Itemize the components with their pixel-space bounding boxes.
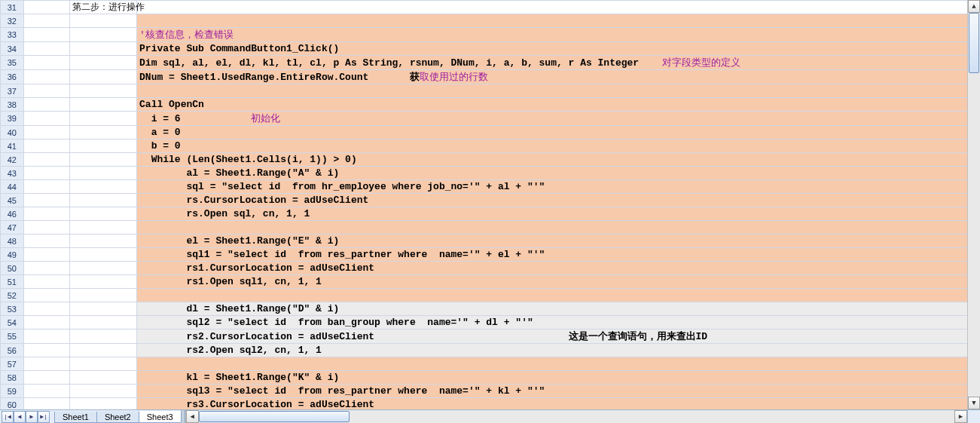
horizontal-scrollbar[interactable]: ◀ ▶ — [185, 410, 967, 423]
cell[interactable]: '核查信息，检查错误 — [137, 28, 980, 42]
cell[interactable] — [137, 1, 980, 14]
cell[interactable] — [137, 289, 980, 302]
cell[interactable] — [69, 316, 137, 330]
cell[interactable] — [23, 275, 69, 289]
cell[interactable] — [23, 70, 69, 84]
row-header[interactable]: 45 — [1, 194, 24, 207]
cell[interactable]: Call OpenCn — [137, 98, 980, 112]
row-header[interactable]: 37 — [1, 84, 24, 98]
cell[interactable] — [137, 221, 980, 234]
cell[interactable]: b = 0 — [137, 139, 980, 153]
cell[interactable]: sql = "select id from hr_employee where … — [137, 180, 980, 194]
cell[interactable] — [23, 262, 69, 275]
cell[interactable] — [23, 302, 69, 316]
cell[interactable]: DNum = Sheet1.UsedRange.EntireRow.Count … — [137, 70, 980, 84]
row-header[interactable]: 57 — [1, 357, 24, 371]
cell[interactable] — [23, 357, 69, 371]
sheet-tab[interactable]: Sheet3 — [139, 411, 182, 423]
cell[interactable]: rs.Open sql, cn, 1, 1 — [137, 207, 980, 221]
scroll-left-button[interactable]: ◀ — [186, 410, 199, 423]
cell[interactable]: el = Sheet1.Range("E" & i) — [137, 234, 980, 248]
tab-nav-last[interactable]: ▶| — [38, 411, 50, 423]
row-header[interactable]: 55 — [1, 330, 24, 344]
row-header[interactable]: 52 — [1, 289, 24, 302]
vertical-scrollbar[interactable]: ▲ ▼ — [967, 0, 980, 409]
cell[interactable]: i = 6 初始化 — [137, 112, 980, 126]
cell[interactable]: kl = Sheet1.Range("K" & i) — [137, 371, 980, 385]
cell[interactable] — [23, 207, 69, 221]
cell[interactable] — [69, 14, 137, 28]
cell[interactable] — [23, 180, 69, 194]
row-header[interactable]: 34 — [1, 42, 24, 56]
cell[interactable] — [69, 221, 137, 234]
cell[interactable] — [69, 153, 137, 167]
cell[interactable]: sql2 = "select id from ban_group where n… — [137, 316, 980, 330]
row-header[interactable]: 31 — [1, 1, 24, 14]
row-header[interactable]: 58 — [1, 371, 24, 385]
tab-nav-first[interactable]: |◀ — [2, 411, 14, 423]
row-header[interactable]: 41 — [1, 139, 24, 153]
scroll-right-button[interactable]: ▶ — [954, 410, 967, 423]
grid[interactable]: 31第二步：进行操作3233'核查信息，检查错误34Private Sub Co… — [0, 0, 980, 409]
row-header[interactable]: 51 — [1, 275, 24, 289]
cell[interactable] — [69, 398, 137, 410]
hscroll-track[interactable] — [199, 410, 954, 423]
cell[interactable] — [23, 42, 69, 56]
cell[interactable] — [23, 316, 69, 330]
cell[interactable]: Dim sql, al, el, dl, kl, tl, cl, p As St… — [137, 56, 980, 70]
row-header[interactable]: 59 — [1, 385, 24, 398]
row-header[interactable]: 35 — [1, 56, 24, 70]
row-header[interactable]: 60 — [1, 398, 24, 410]
vscroll-thumb[interactable] — [969, 13, 979, 73]
row-header[interactable]: 53 — [1, 302, 24, 316]
cell[interactable]: While (Len(Sheet1.Cells(i, 1)) > 0) — [137, 153, 980, 167]
hscroll-thumb[interactable] — [199, 411, 350, 422]
cell[interactable] — [23, 194, 69, 207]
cell[interactable] — [69, 167, 137, 180]
cell[interactable] — [69, 275, 137, 289]
row-header[interactable]: 50 — [1, 262, 24, 275]
cell[interactable]: rs2.Open sql2, cn, 1, 1 — [137, 344, 980, 357]
vscroll-track[interactable] — [968, 13, 980, 397]
row-header[interactable]: 49 — [1, 248, 24, 262]
row-header[interactable]: 54 — [1, 316, 24, 330]
row-header[interactable]: 32 — [1, 14, 24, 28]
cell[interactable] — [23, 98, 69, 112]
cell[interactable] — [23, 289, 69, 302]
cell[interactable] — [23, 330, 69, 344]
cell[interactable] — [23, 28, 69, 42]
cell[interactable]: rs1.CursorLocation = adUseClient — [137, 262, 980, 275]
cell[interactable] — [23, 56, 69, 70]
scroll-down-button[interactable]: ▼ — [968, 397, 980, 409]
cell[interactable] — [23, 248, 69, 262]
cell[interactable]: dl = Sheet1.Range("D" & i) — [137, 302, 980, 316]
cell[interactable] — [69, 28, 137, 42]
cell[interactable]: al = Sheet1.Range("A" & i) — [137, 167, 980, 180]
cell[interactable] — [69, 302, 137, 316]
cell[interactable] — [69, 180, 137, 194]
cell[interactable] — [23, 398, 69, 410]
row-header[interactable]: 44 — [1, 180, 24, 194]
cell[interactable]: a = 0 — [137, 126, 980, 139]
cell[interactable] — [69, 56, 137, 70]
cell[interactable] — [69, 70, 137, 84]
cell[interactable] — [137, 357, 980, 371]
cell[interactable] — [23, 112, 69, 126]
cell[interactable]: rs3.CursorLocation = adUseClient — [137, 398, 980, 410]
cell[interactable]: rs.CursorLocation = adUseClient — [137, 194, 980, 207]
cell[interactable] — [69, 112, 137, 126]
cell[interactable] — [23, 153, 69, 167]
tab-nav-next[interactable]: ▶ — [26, 411, 38, 423]
tab-nav-prev[interactable]: ◀ — [14, 411, 26, 423]
cell[interactable]: sql1 = "select id from res_partner where… — [137, 248, 980, 262]
cell[interactable] — [69, 84, 137, 98]
cell[interactable] — [23, 167, 69, 180]
cell[interactable]: rs1.Open sql1, cn, 1, 1 — [137, 275, 980, 289]
cell[interactable] — [137, 14, 980, 28]
row-header[interactable]: 33 — [1, 28, 24, 42]
row-header[interactable]: 46 — [1, 207, 24, 221]
row-header[interactable]: 38 — [1, 98, 24, 112]
cell[interactable] — [69, 42, 137, 56]
cell[interactable] — [69, 357, 137, 371]
row-header[interactable]: 42 — [1, 153, 24, 167]
